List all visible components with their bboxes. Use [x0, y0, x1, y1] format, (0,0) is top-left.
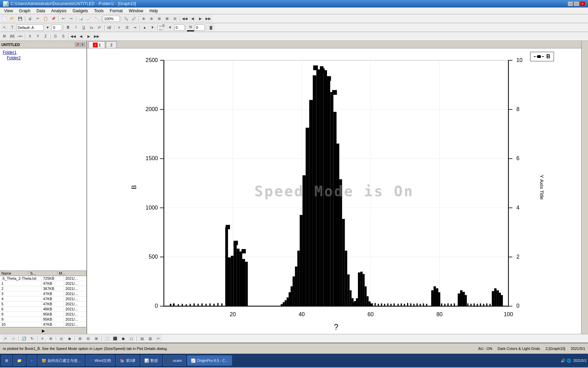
- font-size-input[interactable]: [52, 25, 62, 31]
- nav-btn4[interactable]: ▶▶: [205, 15, 212, 22]
- tool-btn2[interactable]: ⊗: [148, 15, 155, 22]
- nav-r2-btn[interactable]: ▶▶: [93, 33, 100, 40]
- panel-close-btn[interactable]: ✕: [80, 43, 85, 47]
- dn-arrow-btn[interactable]: ▼: [149, 24, 156, 31]
- range-btn[interactable]: ⊣⊢: [16, 33, 24, 40]
- file-row[interactable]: 10 47KB 2021/...: [0, 322, 86, 327]
- graph-tab-1[interactable]: 1 1: [88, 41, 105, 48]
- menu-window[interactable]: Window: [126, 8, 146, 14]
- bt-btn3[interactable]: 🔄: [20, 335, 28, 342]
- redo-button[interactable]: ↪: [67, 15, 75, 22]
- graph-tab-2[interactable]: 2: [106, 41, 117, 48]
- nav-btn2[interactable]: ◀: [189, 15, 196, 22]
- title-bar-controls[interactable]: — □ ✕: [568, 1, 585, 6]
- tree-item-folder2[interactable]: Folder2: [1, 55, 85, 61]
- panel-expand-btn[interactable]: ▶: [0, 327, 86, 334]
- menu-gadgets[interactable]: Gadgets: [70, 8, 91, 14]
- tool-btn5[interactable]: ⊟: [171, 15, 179, 22]
- bt-btn6[interactable]: ⊕: [47, 335, 54, 342]
- italic-btn[interactable]: I: [72, 24, 80, 31]
- file-row[interactable]: 9 95KB 2021/...: [0, 317, 86, 322]
- bt-btn15[interactable]: ◻: [128, 335, 135, 342]
- graph-btn1[interactable]: 📊: [77, 15, 85, 22]
- zoom-btn1[interactable]: 🔍: [122, 15, 130, 22]
- nav-l2-btn[interactable]: ◀◀: [69, 33, 77, 40]
- x-btn[interactable]: X: [26, 33, 34, 40]
- mask-btn[interactable]: M: [1, 33, 8, 40]
- bt-btn4[interactable]: ↻: [28, 335, 36, 342]
- taskbar-item-6[interactable]: 📈 OriginPro 8.5 - C...: [187, 355, 232, 366]
- bt-btn18[interactable]: ✂: [154, 335, 162, 342]
- tool-btn4[interactable]: ⊠: [163, 15, 171, 22]
- text-btn[interactable]: T: [9, 24, 16, 31]
- legend-box[interactable]: B: [530, 52, 554, 61]
- taskbar-item-1[interactable]: 🐱 如何自己建立与使...: [38, 355, 84, 366]
- up-arrow-btn[interactable]: ▲: [141, 24, 148, 31]
- nav-l1-btn[interactable]: ◀: [77, 33, 85, 40]
- col-date[interactable]: M...: [58, 271, 86, 276]
- file-row[interactable]: 4 47KB 2021/...: [0, 296, 86, 302]
- copy-button[interactable]: 📋: [42, 15, 49, 22]
- tool-btn1[interactable]: ⊕: [140, 15, 147, 22]
- s-btn[interactable]: S: [60, 33, 67, 40]
- file-row[interactable]: 9 95KB 2021/...: [0, 312, 86, 317]
- line-btn[interactable]: —S—: [159, 24, 166, 31]
- panel-pin-btn[interactable]: 📌: [75, 43, 80, 47]
- bt-btn1[interactable]: ↗: [1, 335, 9, 342]
- taskbar-item-5[interactable]: 🎥 ocam: [163, 355, 186, 366]
- cut-button[interactable]: ✂: [34, 15, 42, 22]
- start-button[interactable]: ⊞: [1, 355, 12, 366]
- file-row[interactable]: 2 367KB 2021/...: [0, 286, 86, 291]
- bt-btn5[interactable]: ≡: [39, 335, 46, 342]
- undo-button[interactable]: ↩: [60, 15, 67, 22]
- align-left-btn[interactable]: ≡: [115, 24, 123, 31]
- file-row[interactable]: 6 48KB 2021/...: [0, 307, 86, 312]
- paste-button[interactable]: 📌: [50, 15, 57, 22]
- zoom-btn2[interactable]: 🔎: [130, 15, 137, 22]
- print-button[interactable]: 🖨: [26, 15, 34, 22]
- taskbar-item-4[interactable]: 📊 数据: [141, 355, 162, 366]
- taskbar-item-2[interactable]: W Word文档: [86, 355, 114, 366]
- graph-btn3[interactable]: 📉: [93, 15, 100, 22]
- menu-analysis[interactable]: Analysis: [49, 8, 69, 14]
- taskbar-item-3[interactable]: 📚 第3课: [116, 355, 139, 366]
- menu-graph[interactable]: Graph: [16, 8, 33, 14]
- indent-btn[interactable]: ⇥: [131, 24, 138, 31]
- bt-btn7[interactable]: ◎: [58, 335, 65, 342]
- file-row[interactable]: 1 47KB 2021/...: [0, 281, 86, 286]
- align-center-btn[interactable]: ☰: [123, 24, 131, 31]
- col-name[interactable]: Name: [0, 271, 29, 276]
- y-btn[interactable]: Y: [34, 33, 42, 40]
- taskbar-file-explorer[interactable]: 📁: [13, 355, 26, 366]
- menu-view[interactable]: View: [1, 8, 16, 14]
- tool-btn3[interactable]: ⊞: [156, 15, 163, 22]
- bt-btn2[interactable]: ☆: [10, 335, 17, 342]
- axis-btn[interactable]: |M|: [9, 33, 16, 40]
- menu-data[interactable]: Data: [34, 8, 48, 14]
- bt-btn14[interactable]: ◼: [119, 335, 127, 342]
- underline-btn[interactable]: U: [80, 24, 87, 31]
- nav-r1-btn[interactable]: ▶: [85, 33, 93, 40]
- tree-item-folder1[interactable]: Folder1: [1, 50, 85, 55]
- new-button[interactable]: 📄: [1, 15, 8, 22]
- g-btn[interactable]: G: [52, 33, 59, 40]
- taskbar-edge[interactable]: e: [27, 355, 36, 366]
- open-button[interactable]: 📂: [9, 15, 16, 22]
- line-size-btn[interactable]: ▼: [166, 24, 174, 31]
- font-size-btn[interactable]: ▼: [44, 24, 51, 31]
- file-row[interactable]: 5 47KB 2021/...: [0, 302, 86, 307]
- close-button[interactable]: ✕: [580, 1, 585, 6]
- menu-format[interactable]: Format: [107, 8, 126, 14]
- bt-btn17[interactable]: ▥: [146, 335, 154, 342]
- graph-container[interactable]: Speed Mode is On B: [87, 48, 581, 334]
- bt-btn9[interactable]: ⊞: [76, 335, 84, 342]
- nav-btn3[interactable]: ▶: [197, 15, 204, 22]
- file-row[interactable]: -5_Theta_2-Theta.txt 725KB 2021/...: [0, 276, 86, 281]
- font-name-input[interactable]: [16, 25, 44, 31]
- bt-btn11[interactable]: ⊠: [93, 335, 100, 342]
- col-size[interactable]: S...: [29, 271, 58, 276]
- bt-btn13[interactable]: ⬛: [111, 335, 119, 342]
- minimize-button[interactable]: —: [568, 1, 573, 6]
- menu-tools[interactable]: Tools: [92, 8, 107, 14]
- alpha-btn[interactable]: αβ: [105, 24, 113, 31]
